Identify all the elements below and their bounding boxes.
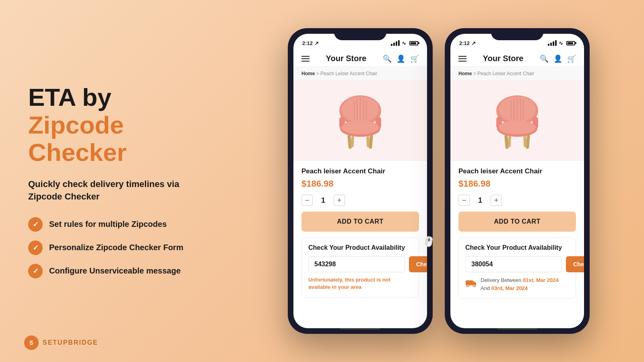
phone-1-store-name: Your Store	[326, 54, 367, 63]
phone-1-status-icons: ∿	[391, 40, 418, 46]
phone-2-product-name: Peach leiser Accent Chair	[458, 167, 576, 175]
phone-2-product-image	[450, 80, 584, 161]
delivery-text-container: Delivery Between 01st, Mar 2024 And 03rd…	[481, 276, 559, 292]
phone-1-product-info: Peach leiser Accent Chair $186.98 − 1 + …	[293, 161, 427, 308]
battery-icon	[409, 41, 418, 45]
phone-1-error-message: Unfortunately, this product is not avail…	[308, 276, 412, 291]
wifi-icon-2: ∿	[559, 40, 563, 46]
svg-point-5	[342, 121, 379, 134]
phone-1-zipcode-title: Check Your Product Availability	[308, 244, 412, 251]
brand-name: SETUPBRIDGE	[43, 339, 98, 346]
subtitle: Quickly check delivery timelines via Zip…	[28, 178, 209, 203]
phone-2-inner: 2:12 ↗ ∿	[450, 34, 584, 328]
phone-2-zipcode-input-row: Check	[465, 256, 569, 272]
quantity-increase-btn-1[interactable]: +	[334, 195, 345, 206]
svg-rect-8	[351, 136, 354, 147]
delivery-text: Delivery Between	[481, 277, 523, 283]
phone-2-breadcrumb: Home > Peach Leiser Accent Chair	[450, 67, 584, 80]
zipcode-input-2[interactable]	[465, 256, 562, 272]
phone-2-navbar[interactable]: Your Store 🔍 👤 🛒	[450, 51, 584, 67]
svg-rect-23	[508, 136, 511, 147]
svg-point-20	[499, 121, 536, 134]
phone-1-quantity: 1	[319, 196, 327, 205]
phone-1-navbar[interactable]: Your Store 🔍 👤 🛒	[293, 51, 427, 67]
delivery-date-1: 01st, Mar 2024	[523, 277, 559, 283]
phone-2-store-name: Your Store	[483, 54, 524, 63]
signal-icon-2	[548, 40, 557, 46]
check-icon-1	[28, 217, 43, 232]
svg-rect-24	[523, 136, 526, 147]
svg-point-35	[474, 285, 475, 286]
phone-2-product-info: Peach leiser Accent Chair $186.98 − 1 + …	[450, 161, 584, 309]
wifi-icon: ∿	[402, 40, 406, 46]
signal-icon	[391, 40, 400, 46]
phone-2-quantity-row: − 1 +	[458, 195, 576, 206]
title-orange-checker: Checker	[28, 138, 127, 166]
user-icon[interactable]: 👤	[396, 54, 405, 63]
phone-2-zipcode-title: Check Your Product Availability	[465, 244, 569, 251]
feature-list: Set rules for multiple Zipcodes Personal…	[28, 217, 209, 278]
cart-icon[interactable]: 🛒	[410, 54, 419, 63]
phone-1-home-indicator	[340, 328, 380, 330]
phone-1-notch	[334, 28, 386, 40]
brand-badge: S SETUPBRIDGE	[24, 335, 98, 350]
phone-2-home-indicator	[497, 328, 537, 330]
phone-2-notch	[491, 28, 543, 40]
battery-icon-2	[566, 41, 575, 45]
svg-point-34	[467, 285, 468, 286]
left-section: ETA by Zipcode Checker Quickly check del…	[0, 60, 233, 302]
chair-svg-1	[328, 88, 392, 153]
feature-item-3: Configure Unserviceable message	[28, 264, 209, 278]
search-icon[interactable]: 🔍	[383, 54, 392, 63]
hamburger-menu-icon[interactable]	[301, 56, 310, 62]
feature-text-1: Set rules for multiple Zipcodes	[49, 220, 167, 229]
phone-1-inner: 2:12 ↗ ∿	[293, 34, 427, 328]
user-icon-2[interactable]: 👤	[553, 54, 562, 63]
delivery-truck-icon	[465, 277, 477, 288]
phone-1-nav-icons: 🔍 👤 🛒	[383, 54, 419, 63]
phone-2-delivery-message: Delivery Between 01st, Mar 2024 And 03rd…	[465, 276, 569, 292]
cart-icon-2[interactable]: 🛒	[567, 54, 576, 63]
phone-1-breadcrumb: Home > Peach Leiser Accent Chair	[293, 67, 427, 80]
check-button-1[interactable]: Check	[409, 256, 427, 272]
phone-1-time: 2:12 ↗	[302, 40, 319, 46]
delivery-and: And	[481, 285, 491, 291]
phone-2-nav-icons: 🔍 👤 🛒	[540, 54, 576, 63]
chair-svg-2	[485, 88, 549, 153]
brand-logo-icon: S	[24, 335, 39, 350]
add-to-cart-button-1[interactable]: ADD TO CART	[301, 212, 419, 232]
zipcode-input-1[interactable]	[308, 256, 405, 272]
phone-1: 2:12 ↗ ∿	[288, 28, 433, 334]
search-icon-2[interactable]: 🔍	[540, 54, 549, 63]
phone-2-product-price: $186.98	[458, 179, 576, 189]
title-orange-zipcode: Zipcode	[28, 111, 124, 139]
hamburger-menu-icon-2[interactable]	[458, 56, 466, 62]
phone-2-quantity: 1	[476, 196, 484, 205]
phone-1-zipcode-input-row: Check	[308, 256, 412, 272]
quantity-decrease-btn-1[interactable]: −	[301, 195, 313, 206]
phone-1-product-name: Peach leiser Accent Chair	[301, 167, 419, 175]
phone-2-time: 2:12 ↗	[459, 40, 476, 46]
cursor-pointer-icon: 🖱️	[422, 235, 436, 249]
check-icon-2	[28, 241, 43, 255]
title-black: ETA by	[28, 83, 111, 111]
feature-item-1: Set rules for multiple Zipcodes	[28, 217, 209, 232]
feature-item-2: Personalize Zipcode Checker Form	[28, 241, 209, 255]
quantity-increase-btn-2[interactable]: +	[491, 195, 502, 206]
phone-2-status-icons: ∿	[548, 40, 575, 46]
add-to-cart-button-2[interactable]: ADD TO CART	[458, 212, 576, 232]
phone-1-zipcode-box: Check Your Product Availability Check Un…	[301, 237, 419, 298]
phone-1-quantity-row: − 1 +	[301, 195, 419, 206]
quantity-decrease-btn-2[interactable]: −	[458, 195, 470, 206]
phone-2: 2:12 ↗ ∿	[445, 28, 590, 334]
phone-2-zipcode-box: Check Your Product Availability Check	[458, 237, 576, 299]
check-button-2[interactable]: Check	[566, 256, 584, 272]
feature-text-3: Configure Unserviceable message	[49, 266, 181, 276]
svg-rect-9	[366, 136, 369, 147]
main-title: ETA by Zipcode Checker	[28, 84, 209, 166]
delivery-date-2: 03rd, Mar 2024	[491, 285, 528, 291]
phone-1-product-price: $186.98	[301, 179, 419, 189]
phone-1-product-image	[293, 80, 427, 161]
feature-text-2: Personalize Zipcode Checker Form	[49, 243, 183, 252]
check-icon-3	[28, 264, 43, 278]
